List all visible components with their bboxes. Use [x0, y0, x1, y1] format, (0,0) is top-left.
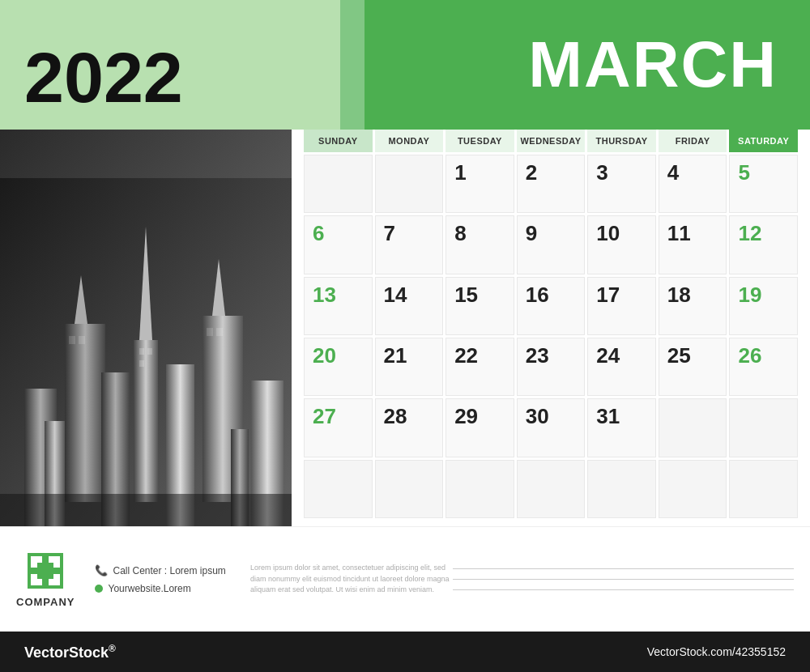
header-friday: FRIDAY — [659, 130, 727, 152]
day-cell-22: 22 — [446, 338, 514, 396]
svg-rect-20 — [0, 494, 292, 526]
month-label: MARCH — [528, 28, 778, 102]
day-cell-empty — [659, 460, 727, 518]
svg-rect-14 — [147, 348, 152, 355]
day-cell-3: 3 — [587, 155, 656, 213]
day-cell-18: 18 — [659, 277, 727, 335]
day-cell-20: 20 — [304, 338, 373, 396]
footer-line-3 — [453, 589, 794, 590]
svg-rect-16 — [69, 336, 75, 344]
day-cell-12: 12 — [729, 215, 798, 274]
svg-rect-13 — [139, 348, 144, 355]
day-cell-5: 5 — [729, 155, 798, 213]
svg-rect-2 — [134, 340, 158, 502]
day-cell-empty — [587, 460, 656, 518]
day-cell-21: 21 — [375, 338, 444, 396]
header-tuesday: TUESDAY — [446, 130, 514, 152]
company-logo-icon — [25, 551, 66, 591]
day-cell-8: 8 — [446, 215, 514, 274]
svg-rect-18 — [207, 328, 213, 336]
day-cell-19: 19 — [729, 277, 798, 335]
day-cell-4: 4 — [659, 155, 727, 213]
day-cell-27: 27 — [304, 398, 373, 457]
day-cell-28: 28 — [375, 398, 444, 457]
contact-info: 📞 Call Center : Lorem ipsum Yourwebsite.… — [95, 564, 225, 594]
call-center-line: 📞 Call Center : Lorem ipsum — [95, 564, 225, 576]
footer-lines — [453, 568, 794, 590]
day-headers: SUNDAY MONDAY TUESDAY WEDNESDAY THURSDAY… — [304, 130, 798, 152]
year-label: 2022 — [24, 42, 183, 113]
bottom-bar-url: VectorStock.com/42355152 — [647, 645, 786, 658]
phone-icon: 📞 — [95, 564, 108, 576]
header-saturday: SATURDAY — [729, 130, 798, 152]
week-row-6 — [304, 460, 798, 518]
day-cell-empty — [375, 460, 444, 518]
call-center-text: Call Center : Lorem ipsum — [113, 565, 225, 576]
day-cell-16: 16 — [517, 277, 586, 335]
header-monday: MONDAY — [375, 130, 444, 152]
svg-rect-15 — [139, 360, 144, 367]
day-cell-empty — [304, 460, 373, 518]
day-cell-23: 23 — [517, 338, 586, 396]
day-cell-6: 6 — [304, 215, 373, 274]
footer-line-1 — [453, 568, 794, 569]
day-cell-14: 14 — [375, 277, 444, 335]
website-line: Yourwebsite.Lorem — [95, 583, 225, 594]
day-cell-10: 10 — [587, 215, 656, 274]
day-cell-7: 7 — [375, 215, 444, 274]
day-cell-empty — [659, 398, 727, 457]
week-row-4: 20 21 22 23 24 25 26 — [304, 338, 798, 396]
footer-line-2 — [453, 579, 794, 580]
header: 2022 MARCH — [0, 0, 810, 130]
day-cell-empty — [729, 398, 798, 457]
day-cell-2: 2 — [517, 155, 586, 213]
week-row-2: 6 7 8 9 10 11 12 — [304, 215, 798, 274]
calendar-area: SUNDAY MONDAY TUESDAY WEDNESDAY THURSDAY… — [292, 130, 810, 526]
svg-rect-17 — [79, 336, 85, 344]
header-thursday: THURSDAY — [587, 130, 656, 152]
calendar-weeks: 1 2 3 4 5 6 7 8 9 10 11 12 — [304, 155, 798, 518]
day-cell-1: 1 — [446, 155, 514, 213]
header-month-section: MARCH — [292, 0, 810, 130]
header-wednesday: WEDNESDAY — [517, 130, 586, 152]
day-cell-empty — [517, 460, 586, 518]
day-cell-empty — [304, 155, 373, 213]
company-name-label: COMPANY — [16, 596, 75, 608]
svg-rect-19 — [216, 328, 223, 336]
company-logo: COMPANY — [16, 551, 75, 608]
calendar-grid: SUNDAY MONDAY TUESDAY WEDNESDAY THURSDAY… — [304, 130, 798, 518]
bottom-bar: VectorStock® VectorStock.com/42355152 — [0, 632, 810, 672]
week-row-5: 27 28 29 30 31 — [304, 398, 798, 457]
day-cell-25: 25 — [659, 338, 727, 396]
day-cell-empty — [446, 460, 514, 518]
day-cell-15: 15 — [446, 277, 514, 335]
website-text: Yourwebsite.Lorem — [108, 583, 190, 594]
day-cell-29: 29 — [446, 398, 514, 457]
day-cell-26: 26 — [729, 338, 798, 396]
registered-symbol: ® — [109, 643, 116, 654]
day-cell-9: 9 — [517, 215, 586, 274]
footer-lorem-text: Lorem ipsum dolor sit amet, consectetuer… — [250, 563, 453, 596]
day-cell-11: 11 — [659, 215, 727, 274]
calendar-page: 2022 MARCH — [0, 0, 810, 672]
day-cell-empty — [729, 460, 798, 518]
header-year-section: 2022 — [0, 0, 292, 130]
main-content: SUNDAY MONDAY TUESDAY WEDNESDAY THURSDAY… — [0, 130, 810, 526]
website-dot-icon — [95, 585, 103, 593]
day-cell-24: 24 — [587, 338, 656, 396]
day-cell-30: 30 — [517, 398, 586, 457]
footer-info: COMPANY 📞 Call Center : Lorem ipsum Your… — [0, 526, 810, 632]
header-sunday: SUNDAY — [304, 130, 373, 152]
day-cell-17: 17 — [587, 277, 656, 335]
day-cell-31: 31 — [587, 398, 656, 457]
svg-rect-4 — [65, 324, 105, 502]
decorative-image — [0, 130, 292, 526]
day-cell-empty — [375, 155, 444, 213]
vectorstock-label: VectorStock — [24, 644, 109, 661]
week-row-3: 13 14 15 16 17 18 19 — [304, 277, 798, 335]
svg-rect-25 — [37, 563, 53, 579]
week-row-1: 1 2 3 4 5 — [304, 155, 798, 213]
bottom-bar-brand: VectorStock® — [24, 643, 116, 661]
day-cell-13: 13 — [304, 277, 373, 335]
